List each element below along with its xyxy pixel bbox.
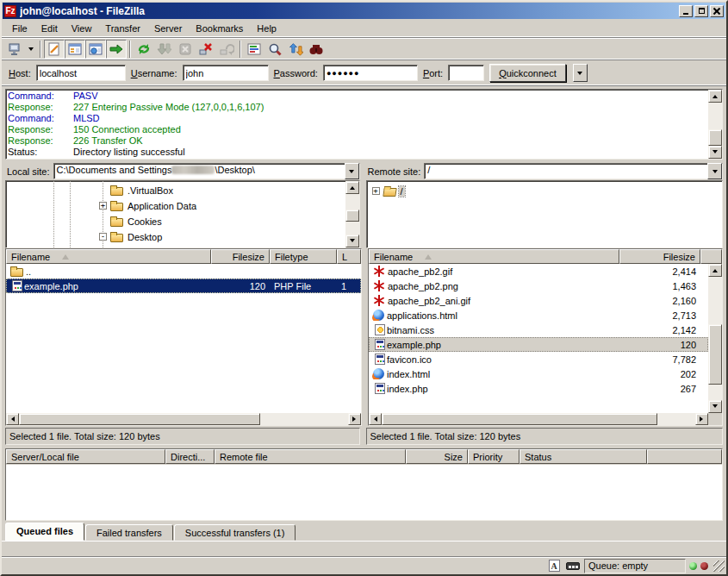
synchronized-browsing-button[interactable] (285, 40, 306, 59)
column-header-direction[interactable]: Directi... (165, 449, 215, 464)
local-site-combo[interactable]: C:\Documents and Settings\Desktop\ (53, 163, 360, 179)
remote-file-row[interactable]: apache_pb2_ani.gif 2,160 (369, 293, 708, 308)
menu-transfer[interactable]: Transfer (98, 22, 147, 35)
tree-item-application-data[interactable]: + Application Data (99, 198, 198, 213)
process-queue-button[interactable] (154, 40, 175, 59)
menu-file[interactable]: File (5, 22, 34, 35)
toggle-local-tree-button[interactable] (65, 40, 85, 59)
local-tree-scrollbar[interactable] (345, 181, 359, 247)
scroll-left-button[interactable] (6, 413, 19, 425)
remote-site-dropdown-button[interactable] (707, 163, 722, 179)
password-label: Password: (274, 68, 318, 78)
scrollbar-thumb[interactable] (708, 324, 722, 385)
process-queue-icon (157, 42, 172, 56)
remote-file-row[interactable]: index.html 202 (369, 366, 708, 381)
remote-file-row[interactable]: apache_pb2.gif 2,414 (369, 264, 708, 279)
username-input[interactable] (183, 65, 269, 81)
local-file-row-up[interactable]: .. (6, 264, 361, 279)
remote-tree-pane: + / (366, 180, 723, 248)
maximize-button[interactable] (694, 5, 708, 17)
scroll-left-button[interactable] (369, 413, 382, 425)
menu-view[interactable]: View (65, 22, 99, 35)
toggle-message-log-button[interactable] (44, 40, 65, 59)
disconnect-icon (198, 42, 214, 56)
host-input[interactable] (36, 65, 126, 81)
remote-file-row[interactable]: applications.html 2,713 (369, 308, 708, 322)
column-header-filetype[interactable]: Filetype (270, 249, 337, 264)
scroll-right-button[interactable] (695, 413, 708, 425)
password-input[interactable] (323, 65, 418, 81)
scrollbar-thumb[interactable] (345, 210, 359, 222)
scroll-up-button[interactable] (345, 181, 359, 194)
quickconnect-dropdown-button[interactable] (573, 64, 588, 82)
scroll-down-button[interactable] (708, 146, 722, 159)
site-manager-dropdown-button[interactable] (25, 40, 37, 59)
menu-help[interactable]: Help (250, 22, 283, 35)
remote-file-row[interactable]: index.php 267 (369, 381, 708, 396)
port-input[interactable] (448, 65, 484, 81)
tab-failed-transfers[interactable]: Failed transfers (85, 524, 173, 541)
remote-selection-status: Selected 1 file. Total size: 120 bytes (366, 428, 723, 445)
column-header-server-local-file[interactable]: Server/Local file (6, 449, 165, 464)
remote-file-row-selected[interactable]: example.php 120 (369, 337, 708, 352)
tree-item-desktop[interactable]: - Desktop (99, 229, 164, 244)
remote-file-row[interactable]: favicon.ico 7,782 (369, 352, 708, 366)
local-file-row-selected[interactable]: example.php 120 PHP File 1 (6, 279, 361, 293)
resize-grip[interactable] (713, 560, 725, 572)
find-files-button[interactable] (306, 40, 327, 59)
quickconnect-button[interactable]: Quickconnect (489, 64, 566, 82)
remote-site-combo[interactable]: / (424, 163, 723, 179)
column-header-filesize[interactable]: Filesize (619, 249, 700, 264)
remote-file-row[interactable]: apache_pb2.png 1,463 (369, 279, 708, 293)
image-file-icon (373, 266, 385, 277)
remote-vertical-scrollbar[interactable] (708, 264, 722, 413)
local-horizontal-scrollbar[interactable] (6, 413, 361, 425)
refresh-button[interactable] (134, 40, 154, 59)
scroll-down-button[interactable] (708, 400, 722, 413)
tree-expander-minus[interactable]: - (99, 233, 107, 241)
menu-edit[interactable]: Edit (34, 22, 65, 35)
column-header-remote-file[interactable]: Remote file (215, 449, 406, 464)
tree-item-root[interactable]: + / (372, 184, 405, 198)
tree-item-cookies[interactable]: Cookies (99, 214, 164, 229)
scroll-up-button[interactable] (708, 90, 722, 103)
directory-filters-button[interactable] (244, 40, 264, 59)
tree-expander-plus[interactable]: + (99, 202, 107, 210)
queue-body (6, 465, 722, 520)
toolbar-separator (129, 41, 131, 58)
column-header-size[interactable]: Size (406, 449, 468, 464)
menu-server[interactable]: Server (147, 22, 189, 35)
scrollbar-thumb[interactable] (708, 129, 722, 146)
queue-status-text: Queue: empty (584, 559, 686, 573)
local-site-dropdown-button[interactable] (345, 163, 359, 179)
toggle-transfer-queue-button[interactable] (106, 40, 127, 59)
site-manager-button[interactable] (4, 40, 25, 59)
scroll-up-button[interactable] (708, 264, 722, 277)
log-vertical-scrollbar[interactable] (708, 90, 722, 159)
column-header-filename[interactable]: Filename (369, 249, 619, 264)
tab-successful-transfers[interactable]: Successful transfers (1) (174, 524, 296, 541)
scroll-right-button[interactable] (348, 413, 361, 425)
remote-file-row[interactable]: bitnami.css 2,142 (369, 322, 708, 337)
remote-horizontal-scrollbar[interactable] (369, 413, 708, 425)
column-header-priority[interactable]: Priority (468, 449, 520, 464)
close-button[interactable] (710, 5, 724, 17)
tree-expander-plus[interactable]: + (372, 187, 380, 195)
disconnect-button[interactable] (196, 40, 216, 59)
scroll-down-button[interactable] (345, 235, 359, 247)
toggle-remote-tree-button[interactable] (85, 40, 106, 59)
scrollbar-thumb[interactable] (382, 413, 657, 425)
column-header-status[interactable]: Status (520, 449, 647, 464)
filezilla-window: Fz john@localhost - FileZilla File Edit … (0, 0, 728, 576)
menu-bookmarks[interactable]: Bookmarks (189, 22, 250, 35)
column-header-lastmodified[interactable]: L (337, 249, 361, 264)
minimize-button[interactable] (679, 5, 693, 17)
tab-queued-files[interactable]: Queued files (5, 523, 84, 541)
reconnect-button[interactable] (216, 40, 237, 59)
column-header-filename[interactable]: Filename (6, 249, 211, 264)
column-header-filesize[interactable]: Filesize (211, 249, 270, 264)
directory-comparison-button[interactable] (264, 40, 285, 59)
scrollbar-thumb[interactable] (19, 413, 260, 425)
cancel-operation-button[interactable] (175, 40, 196, 59)
tree-item-virtualbox[interactable]: .VirtualBox (99, 183, 175, 197)
